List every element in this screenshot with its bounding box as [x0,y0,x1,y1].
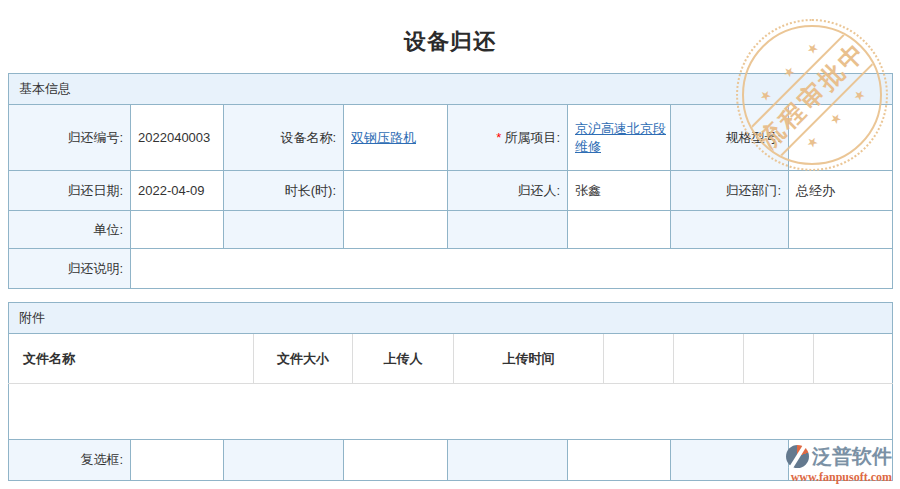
duration-label: 时长(时): [224,171,344,211]
spec-model-label: 规格型号: [671,105,789,171]
attachment-col-uploader: 上传人 [353,334,454,384]
attachment-empty-list [9,384,893,440]
attachment-col-empty [604,334,674,384]
empty-value-cell [568,211,671,249]
return-no-value: 2022040003 [131,105,224,171]
checkbox-table: 复选框: [8,439,893,481]
fanpu-logo-icon [786,445,809,468]
project-label-cell: *所属项目: [448,105,568,171]
return-dept-label: 归还部门: [671,171,789,211]
return-dept-value: 总经办 [789,171,893,211]
return-date-value: 2022-04-09 [131,171,224,211]
return-no-label: 归还编号: [9,105,131,171]
project-label: 所属项目: [504,130,560,145]
vendor-url: www.fanpusoft.com [766,470,892,485]
vendor-brand-name: 泛普软件 [812,443,892,470]
attachments-table: 附件 文件名称 文件大小 上传人 上传时间 [8,302,893,440]
empty-label-cell [448,440,568,481]
checkbox-label: 复选框: [9,440,131,481]
basic-info-section-header: 基本信息 [9,74,893,105]
page-title: 设备归还 [0,0,900,54]
equipment-name-link[interactable]: 双钢压路机 [351,130,416,145]
vendor-watermark: 泛普软件 www.fanpusoft.com [766,443,892,485]
empty-value-cell [344,211,448,249]
attachment-col-empty [814,334,893,384]
attachment-col-filename: 文件名称 [9,334,254,384]
empty-value-cell [789,211,893,249]
empty-label-cell [224,211,344,249]
empty-label-cell [671,211,789,249]
empty-value-cell [568,440,671,481]
returner-value: 张鑫 [568,171,671,211]
returner-label: 归还人: [448,171,568,211]
equipment-name-cell: 双钢压路机 [344,105,448,171]
return-note-label: 归还说明: [9,249,131,289]
attachments-section-header: 附件 [9,303,893,334]
basic-info-table: 基本信息 归还编号: 2022040003 设备名称: 双钢压路机 *所属项目:… [8,73,893,289]
duration-value [344,171,448,211]
return-note-value [131,249,893,289]
empty-label-cell [224,440,344,481]
return-date-label: 归还日期: [9,171,131,211]
attachment-col-empty [744,334,814,384]
attachment-col-uploadtime: 上传时间 [454,334,604,384]
required-asterisk: * [496,130,501,145]
project-cell: 京沪高速北京段维修 [568,105,671,171]
unit-value [131,211,224,249]
spec-model-value [789,105,893,171]
unit-label: 单位: [9,211,131,249]
attachment-col-filesize: 文件大小 [254,334,353,384]
attachment-col-empty [674,334,744,384]
empty-value-cell [344,440,448,481]
checkbox-value-cell[interactable] [131,440,224,481]
empty-label-cell [448,211,568,249]
project-link[interactable]: 京沪高速北京段维修 [575,121,666,154]
equipment-name-label: 设备名称: [224,105,344,171]
